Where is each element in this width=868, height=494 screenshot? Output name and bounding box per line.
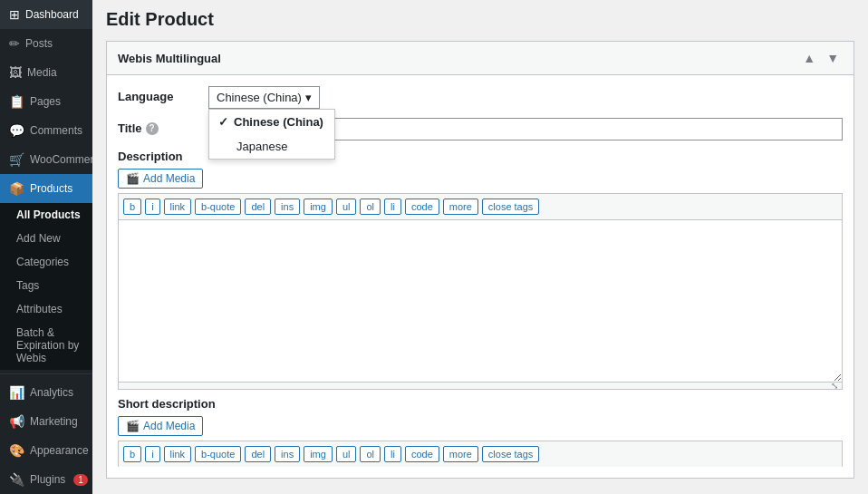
language-dropdown-wrapper: Chinese (China) ▾ ✓ Chinese (China) Japa… [208,86,320,109]
plugins-icon: 🔌 [9,472,24,487]
submenu-item-add-new[interactable]: Add New [0,227,92,250]
collapse-panel-button[interactable]: ▲ [799,49,819,67]
short-toolbar-btn-i[interactable]: i [145,446,159,462]
sidebar-item-media[interactable]: 🖼 Media [0,58,92,87]
plugins-badge: 1 [73,474,88,486]
sidebar-item-label: Appearance [30,444,89,457]
page-title: Edit Product [106,9,854,30]
toolbar-btn-more[interactable]: more [443,199,478,215]
language-select-button[interactable]: Chinese (China) ▾ [208,86,320,109]
toolbar-btn-ins[interactable]: ins [275,199,300,215]
current-language: Chinese (China) [217,91,302,104]
card-body: Language Chinese (China) ▾ ✓ Chinese (Ch… [107,75,854,478]
description-add-media-button[interactable]: 🎬 Add Media [118,169,203,189]
woocommerce-icon: 🛒 [9,152,24,167]
sidebar-item-label: Analytics [30,386,73,399]
short-description-section: Short description 🎬 Add Media b i link b… [118,397,843,467]
sidebar-divider [0,373,92,374]
comments-icon: 💬 [9,123,24,138]
toolbar-btn-b-quote[interactable]: b-quote [195,199,241,215]
sidebar-item-appearance[interactable]: 🎨 Appearance [0,436,92,465]
toolbar-btn-link[interactable]: link [164,199,192,215]
toolbar-btn-b[interactable]: b [123,199,141,215]
card-header-title: Webis Multilingual [118,52,221,65]
short-desc-add-media-button[interactable]: 🎬 Add Media [118,416,203,436]
submenu-item-categories[interactable]: Categories [0,250,92,274]
short-toolbar-btn-ol[interactable]: ol [360,446,381,462]
toolbar-btn-li[interactable]: li [384,199,401,215]
submenu-item-batch-expiration[interactable]: Batch & Expiration by Webis [0,321,92,370]
submenu-item-all-products[interactable]: All Products [0,203,92,227]
sidebar-item-analytics[interactable]: 📊 Analytics [0,378,92,407]
media-icon: 🖼 [9,65,22,80]
submenu-label: Attributes [16,303,63,315]
submenu-label: Batch & Expiration by Webis [16,326,79,364]
sidebar-item-products[interactable]: 📦 Products [0,174,92,203]
resize-icon: ⤡ [831,381,838,391]
toolbar-btn-code[interactable]: code [405,199,439,215]
short-toolbar-btn-b-quote[interactable]: b-quote [195,446,241,462]
short-toolbar-btn-ins[interactable]: ins [275,446,300,462]
title-help-icon[interactable]: ? [146,122,159,135]
short-toolbar-btn-ul[interactable]: ul [336,446,357,462]
checkmark-icon: ✓ [218,115,228,129]
description-editor-wrapper: ⤡ [118,219,843,390]
products-icon: 📦 [9,181,24,196]
pages-icon: 📋 [9,94,24,109]
card-header: Webis Multilingual ▲ ▼ [107,42,854,75]
submenu-label: All Products [16,208,81,221]
short-toolbar-btn-link[interactable]: link [164,446,192,462]
short-toolbar-btn-code[interactable]: code [405,446,439,462]
submenu-label: Tags [16,279,39,292]
sidebar-item-label: Posts [25,37,53,50]
add-media-icon: 🎬 [126,172,140,185]
marketing-icon: 📢 [9,414,24,429]
description-editor[interactable] [118,219,843,383]
sidebar-item-label: Pages [30,95,61,108]
sidebar-item-plugins[interactable]: 🔌 Plugins 1 [0,465,92,494]
posts-icon: ✏ [9,36,20,51]
language-row: Language Chinese (China) ▾ ✓ Chinese (Ch… [118,86,843,109]
language-dropdown: ✓ Chinese (China) Japanese [208,109,335,160]
sidebar-item-label: Products [30,182,72,195]
description-section: Description 🎬 Add Media b i link b-quote… [118,150,843,390]
submenu-item-attributes[interactable]: Attributes [0,297,92,321]
dropdown-chevron-icon: ▾ [305,91,312,104]
expand-panel-button[interactable]: ▼ [823,49,843,67]
sidebar-item-label: Marketing [30,415,78,428]
products-submenu: All Products Add New Categories Tags Att… [0,203,92,370]
description-toolbar: b i link b-quote del ins img ul ol li co… [118,193,843,219]
title-label: Title ? [118,118,208,135]
sidebar-item-label: Plugins [30,473,65,486]
short-toolbar-btn-img[interactable]: img [304,446,333,462]
short-toolbar-btn-close-tags[interactable]: close tags [482,446,540,462]
sidebar-item-marketing[interactable]: 📢 Marketing [0,407,92,436]
short-toolbar-btn-more[interactable]: more [443,446,478,462]
sidebar-item-pages[interactable]: 📋 Pages [0,87,92,116]
main-content: Edit Product Webis Multilingual ▲ ▼ Lang… [92,0,868,494]
language-control: Chinese (China) ▾ ✓ Chinese (China) Japa… [208,86,843,109]
sidebar-item-comments[interactable]: 💬 Comments [0,116,92,145]
submenu-item-tags[interactable]: Tags [0,274,92,297]
language-label: Language [118,86,208,103]
submenu-label: Categories [16,256,69,268]
sidebar-item-dashboard[interactable]: ⊞ Dashboard [0,0,92,29]
toolbar-btn-img[interactable]: img [304,199,333,215]
short-description-toolbar: b i link b-quote del ins img ul ol li co… [118,441,843,467]
toolbar-btn-ul[interactable]: ul [336,199,357,215]
sidebar-item-label: Dashboard [25,8,79,21]
toolbar-btn-close-tags[interactable]: close tags [482,199,540,215]
short-toolbar-btn-b[interactable]: b [123,446,141,462]
toolbar-btn-del[interactable]: del [245,199,271,215]
toolbar-btn-i[interactable]: i [145,199,159,215]
language-option-japanese[interactable]: Japanese [209,134,334,159]
short-toolbar-btn-del[interactable]: del [245,446,271,462]
short-toolbar-btn-li[interactable]: li [384,446,401,462]
card-header-actions: ▲ ▼ [799,49,843,67]
sidebar-item-woocommerce[interactable]: 🛒 WooCommerce [0,145,92,174]
language-option-chinese[interactable]: ✓ Chinese (China) [209,110,334,134]
toolbar-btn-ol[interactable]: ol [360,199,381,215]
sidebar-item-posts[interactable]: ✏ Posts [0,29,92,58]
description-resize-handle[interactable]: ⤡ [118,383,843,390]
short-description-label: Short description [118,397,843,411]
